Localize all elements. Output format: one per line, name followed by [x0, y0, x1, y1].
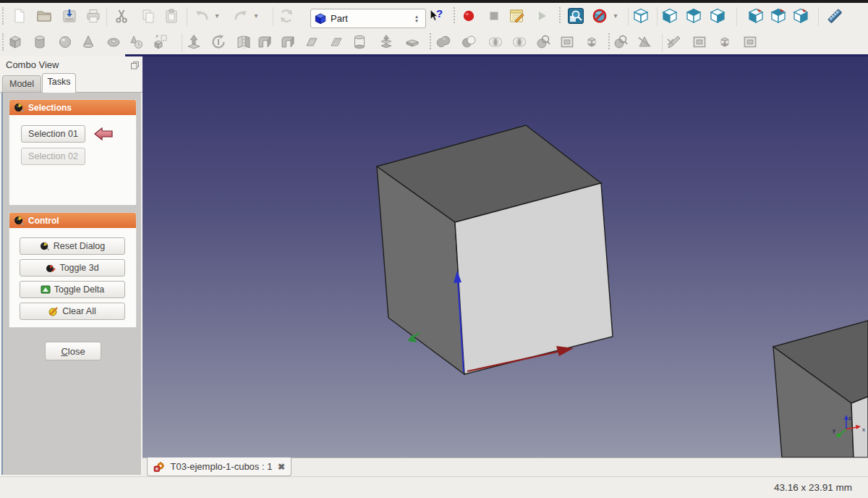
reset-dialog-icon — [40, 241, 50, 251]
whats-this-icon[interactable]: ? — [428, 7, 447, 25]
toggle-delta-icon — [41, 284, 51, 295]
tab-model[interactable]: Model — [2, 75, 41, 92]
3d-viewport[interactable]: z x y — [142, 56, 868, 457]
view-left-icon[interactable] — [792, 7, 809, 25]
clear-all-button[interactable]: Clear All — [20, 303, 125, 320]
toolbar-drag-handle[interactable] — [2, 7, 4, 25]
measurement-icon — [14, 102, 25, 113]
sphere-primitive-icon[interactable] — [56, 33, 74, 51]
torus-primitive-icon[interactable] — [105, 33, 122, 51]
toolbar-separator — [187, 7, 187, 26]
create-primitives-icon[interactable] — [127, 33, 145, 51]
selection-02-button[interactable]: Selection 02 — [21, 148, 85, 165]
document-tab-label: T03-ejemplo-1-cubos : 1 — [170, 461, 273, 472]
macro-record-icon[interactable] — [460, 7, 477, 25]
section-icon[interactable] — [511, 33, 528, 51]
document-tab[interactable]: T03-ejemplo-1-cubos : 1 ✖ — [147, 457, 292, 476]
control-group-header: Control — [9, 213, 136, 228]
fillet-icon[interactable] — [256, 33, 273, 51]
document-tab-bar: T03-ejemplo-1-cubos : 1 ✖ — [142, 457, 868, 476]
draw-style-dropdown-caret-icon[interactable]: ▾ — [611, 7, 620, 25]
view-top-icon[interactable] — [685, 7, 702, 25]
redo-dropdown-caret-icon[interactable]: ▾ — [252, 7, 260, 25]
3d-scene[interactable]: z x y — [142, 56, 868, 457]
axis-label-z: z — [848, 415, 851, 421]
sweep-icon[interactable] — [378, 33, 395, 51]
view-right-icon[interactable] — [709, 7, 726, 25]
save-icon[interactable] — [61, 7, 78, 25]
control-group-box: Control Reset Dialog Toggle 3d Toggle De… — [9, 212, 137, 328]
new-file-icon[interactable] — [11, 7, 28, 25]
document-tab-close-icon[interactable]: ✖ — [278, 462, 285, 472]
ruled-surface-icon[interactable] — [328, 33, 345, 51]
measure-linear-icon[interactable] — [665, 33, 683, 51]
float-panel-icon[interactable] — [130, 61, 140, 70]
cut-icon[interactable] — [113, 7, 130, 25]
measure-refresh-icon[interactable] — [716, 33, 733, 51]
undo-dropdown-caret-icon[interactable]: ▾ — [213, 7, 221, 25]
offset-icon[interactable] — [404, 33, 421, 51]
make-face-icon[interactable] — [303, 33, 320, 51]
macro-stop-icon[interactable] — [485, 7, 503, 25]
cross-sections-icon[interactable] — [535, 33, 552, 51]
mirror-icon[interactable] — [235, 33, 252, 51]
compound-icon[interactable] — [558, 33, 576, 51]
toolbar-drag-handle[interactable] — [2, 33, 4, 51]
view-bottom-icon[interactable] — [770, 7, 787, 25]
view-axonometric-icon[interactable] — [632, 7, 650, 25]
copy-icon[interactable] — [140, 7, 157, 25]
selection-01-button[interactable]: Selection 01 — [21, 125, 85, 143]
workbench-selector-spinner[interactable]: ▲ ▼ — [411, 9, 422, 28]
revolve-icon[interactable] — [210, 33, 227, 51]
toolbar-separator — [736, 7, 737, 26]
loft-icon[interactable] — [351, 33, 368, 51]
print-icon[interactable] — [85, 7, 102, 25]
view-rear-icon[interactable] — [747, 7, 765, 25]
boolean-cut-icon[interactable] — [460, 33, 477, 51]
combo-view-panel: Combo View Model Tasks Selections Select… — [0, 56, 142, 476]
selection-pointer-arrow-icon — [94, 127, 113, 140]
toggle-3d-button[interactable]: Toggle 3d — [20, 259, 125, 277]
extrude-icon[interactable] — [185, 33, 203, 51]
refresh-icon[interactable] — [278, 7, 295, 25]
box-primitive-icon[interactable] — [7, 33, 24, 51]
defeaturing-icon[interactable] — [636, 33, 653, 51]
selections-group-box: Selections Selection 01 Selection 02 — [9, 99, 137, 206]
toggle-3d-icon — [46, 263, 56, 273]
macro-edit-icon[interactable] — [508, 7, 525, 25]
viewport-dimensions-readout: 43.16 x 23.91 mm — [774, 482, 852, 493]
measure-angular-icon[interactable] — [691, 33, 708, 51]
view-front-icon[interactable] — [661, 7, 678, 25]
workbench-selector[interactable]: Part ▲ ▼ — [310, 9, 426, 28]
measure-distance-icon[interactable] — [826, 7, 843, 25]
status-bar: 43.16 x 23.91 mm — [0, 476, 868, 498]
shape-builder-icon[interactable] — [152, 33, 169, 51]
measurement-icon — [14, 215, 25, 226]
paste-icon[interactable] — [163, 7, 180, 25]
undo-icon[interactable] — [193, 7, 210, 25]
chamfer-icon[interactable] — [279, 33, 297, 51]
toolbar-separator — [818, 7, 819, 26]
check-geometry-icon[interactable] — [612, 33, 629, 51]
cylinder-primitive-icon[interactable] — [31, 33, 48, 51]
measure-clear-all-icon[interactable] — [741, 33, 759, 51]
cone-primitive-icon[interactable] — [80, 33, 97, 51]
close-button[interactable]: Close — [45, 342, 101, 360]
redo-icon[interactable] — [232, 7, 250, 25]
reset-dialog-button[interactable]: Reset Dialog — [20, 237, 125, 255]
draw-style-icon[interactable] — [591, 7, 608, 25]
view-fit-all-icon[interactable] — [567, 7, 584, 25]
boolean-union-icon[interactable] — [435, 33, 452, 51]
explode-compound-icon[interactable] — [583, 33, 600, 51]
boolean-intersection-icon[interactable] — [487, 33, 504, 51]
selections-group-title: Selections — [28, 103, 72, 113]
tab-tasks[interactable]: Tasks — [42, 73, 76, 93]
toolbar-separator-dots — [454, 7, 455, 23]
control-group-title: Control — [28, 216, 59, 226]
combo-view-title: Combo View — [6, 59, 59, 70]
open-file-icon[interactable] — [35, 7, 53, 25]
macro-play-icon[interactable] — [533, 7, 550, 25]
toggle-delta-button[interactable]: Toggle Delta — [20, 281, 125, 298]
spinner-down-icon: ▼ — [414, 19, 419, 23]
toolbar-separator — [628, 7, 629, 26]
